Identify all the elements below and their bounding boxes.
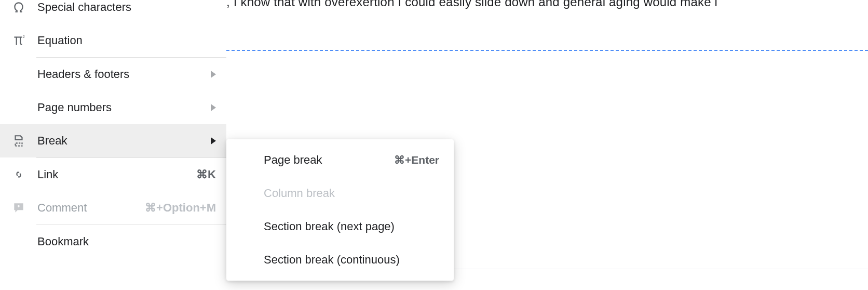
submenu-item-column-break: Column break <box>226 177 454 210</box>
insert-menu: Special characters 2 Equation Headers & … <box>0 0 226 258</box>
submenu-item-page-break[interactable]: Page break ⌘+Enter <box>226 143 454 177</box>
menu-item-bookmark[interactable]: Bookmark <box>0 225 226 258</box>
menu-item-special-characters[interactable]: Special characters <box>0 0 226 24</box>
menu-shortcut: ⌘K <box>196 168 216 181</box>
menu-item-label: Bookmark <box>37 235 216 248</box>
menu-item-label: Equation <box>37 34 216 47</box>
menu-item-label: Link <box>37 168 191 181</box>
submenu-item-label: Section break (next page) <box>264 220 439 233</box>
menu-item-headers-footers[interactable]: Headers & footers <box>0 58 226 91</box>
submenu-item-label: Column break <box>264 187 439 200</box>
submenu-shortcut: ⌘+Enter <box>394 154 439 166</box>
menu-item-break[interactable]: Break <box>0 124 226 157</box>
break-submenu: Page break ⌘+Enter Column break Section … <box>226 139 454 281</box>
link-icon <box>11 167 26 182</box>
page-break-icon <box>11 134 26 148</box>
omega-icon <box>11 0 26 15</box>
menu-item-label: Comment <box>37 201 140 215</box>
submenu-arrow-icon <box>211 137 216 144</box>
menu-item-equation[interactable]: 2 Equation <box>0 24 226 57</box>
menu-item-comment: Comment ⌘+Option+M <box>0 191 226 225</box>
submenu-arrow-icon <box>211 71 216 78</box>
document-text-fragment: , I know that with overexertion I could … <box>226 0 717 9</box>
menu-item-page-numbers[interactable]: Page numbers <box>0 91 226 124</box>
page-break-indicator <box>226 50 868 51</box>
submenu-item-label: Section break (continuous) <box>264 253 439 267</box>
menu-item-link[interactable]: Link ⌘K <box>0 158 226 191</box>
page-footer-edge <box>453 269 868 269</box>
submenu-item-section-break-continuous[interactable]: Section break (continuous) <box>226 243 454 276</box>
menu-item-label: Break <box>37 134 211 148</box>
pi-icon: 2 <box>11 33 26 48</box>
submenu-item-label: Page break <box>264 153 394 167</box>
submenu-item-section-break-next-page[interactable]: Section break (next page) <box>226 210 454 243</box>
menu-shortcut: ⌘+Option+M <box>145 201 216 215</box>
svg-rect-2 <box>18 205 19 207</box>
menu-item-label: Special characters <box>37 1 216 14</box>
submenu-arrow-icon <box>211 104 216 111</box>
menu-item-label: Headers & footers <box>37 68 211 81</box>
menu-item-label: Page numbers <box>37 101 211 114</box>
svg-text:2: 2 <box>23 34 25 39</box>
comment-icon <box>11 201 26 215</box>
